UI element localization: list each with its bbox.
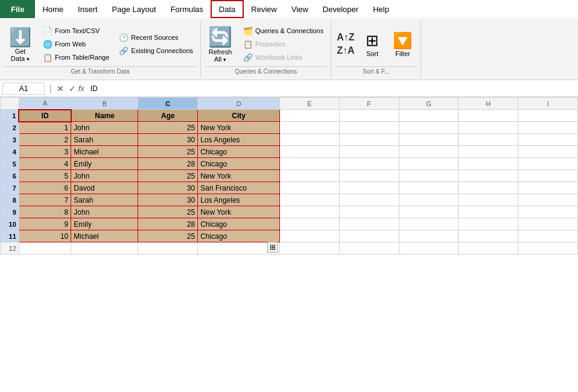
cell-e3[interactable] xyxy=(280,134,340,146)
cell-d3[interactable]: Los Angeles xyxy=(198,134,280,146)
col-header-g[interactable]: G xyxy=(399,98,459,110)
cell-f5[interactable] xyxy=(339,158,399,170)
cell-g7[interactable] xyxy=(399,182,459,194)
sort-button[interactable]: ⊞ Sort xyxy=(358,24,386,64)
cell-h10[interactable] xyxy=(459,218,518,230)
cell-f1[interactable] xyxy=(339,110,399,122)
menu-view[interactable]: View xyxy=(284,0,316,18)
cell-c8[interactable]: 30 xyxy=(138,194,198,206)
cell-f10[interactable] xyxy=(339,218,399,230)
cell-e5[interactable] xyxy=(280,158,340,170)
cell-e7[interactable] xyxy=(280,182,340,194)
cell-b5[interactable]: Emily xyxy=(71,158,138,170)
refresh-all-button[interactable]: 🔄 RefreshAll ▾ xyxy=(205,23,236,65)
cell-b10[interactable]: Emily xyxy=(71,218,138,230)
cell-h5[interactable] xyxy=(459,158,518,170)
cell-g2[interactable] xyxy=(399,122,459,134)
cell-f3[interactable] xyxy=(339,134,399,146)
cell-a5[interactable]: 4 xyxy=(19,158,71,170)
cell-d11[interactable]: Chicago xyxy=(198,230,280,242)
cell-b6[interactable]: John xyxy=(71,170,138,182)
cell-e4[interactable] xyxy=(280,146,340,158)
cell-g10[interactable] xyxy=(399,218,459,230)
cell-i9[interactable] xyxy=(518,206,578,218)
cell-i5[interactable] xyxy=(518,158,578,170)
cell-a2[interactable]: 1 xyxy=(19,122,71,134)
col-header-a[interactable]: A xyxy=(19,98,71,110)
cell-d10[interactable]: Chicago xyxy=(198,218,280,230)
cell-b8[interactable]: Sarah xyxy=(71,194,138,206)
workbook-links-button[interactable]: 🔗 Workbook Links xyxy=(240,51,327,63)
cell-b11[interactable]: Michael xyxy=(71,230,138,242)
cell-i7[interactable] xyxy=(518,182,578,194)
cell-b12[interactable] xyxy=(71,242,138,254)
cell-a7[interactable]: 6 xyxy=(19,182,71,194)
col-header-e[interactable]: E xyxy=(280,98,340,110)
cell-e6[interactable] xyxy=(280,170,340,182)
cell-f11[interactable] xyxy=(339,230,399,242)
menu-data[interactable]: Data xyxy=(211,0,244,18)
cell-c11[interactable]: 25 xyxy=(138,230,198,242)
cell-e9[interactable] xyxy=(280,206,340,218)
menu-review[interactable]: Review xyxy=(244,0,284,18)
cell-i2[interactable] xyxy=(518,122,578,134)
cell-d8[interactable]: Los Angeles xyxy=(198,194,280,206)
cell-a12[interactable] xyxy=(19,242,71,254)
col-header-c[interactable]: C xyxy=(138,98,198,110)
cell-c9[interactable]: 25 xyxy=(138,206,198,218)
cell-b4[interactable]: Michael xyxy=(71,146,138,158)
cell-c2[interactable]: 25 xyxy=(138,122,198,134)
cell-b2[interactable]: John xyxy=(71,122,138,134)
cell-h4[interactable] xyxy=(459,146,518,158)
cell-a9[interactable]: 8 xyxy=(19,206,71,218)
cell-d4[interactable]: Chicago xyxy=(198,146,280,158)
cell-b3[interactable]: Sarah xyxy=(71,134,138,146)
cell-b9[interactable]: John xyxy=(71,206,138,218)
cell-e1[interactable] xyxy=(280,110,340,122)
queries-connections-button[interactable]: 🗂️ Queries & Connections xyxy=(240,25,327,37)
cell-d12[interactable]: ⊞ xyxy=(198,242,280,254)
cell-c10[interactable]: 28 xyxy=(138,218,198,230)
cell-e2[interactable] xyxy=(280,122,340,134)
cell-d7[interactable]: San Francisco xyxy=(198,182,280,194)
cell-e11[interactable] xyxy=(280,230,340,242)
cell-d6[interactable]: New York xyxy=(198,170,280,182)
cell-i4[interactable] xyxy=(518,146,578,158)
cell-h3[interactable] xyxy=(459,134,518,146)
cell-b1[interactable]: Name xyxy=(71,110,138,122)
cell-i8[interactable] xyxy=(518,194,578,206)
cell-c4[interactable]: 25 xyxy=(138,146,198,158)
cell-g9[interactable] xyxy=(399,206,459,218)
cell-g1[interactable] xyxy=(399,110,459,122)
cell-c6[interactable]: 25 xyxy=(138,170,198,182)
cell-h8[interactable] xyxy=(459,194,518,206)
from-web-button[interactable]: 🌐 From Web xyxy=(39,38,113,50)
cell-reference[interactable] xyxy=(2,83,45,95)
cell-f9[interactable] xyxy=(339,206,399,218)
cell-c1[interactable]: Age xyxy=(138,110,198,122)
existing-connections-button[interactable]: 🔗 Existing Connections xyxy=(115,45,197,57)
menu-formulas[interactable]: Formulas xyxy=(164,0,211,18)
col-header-h[interactable]: H xyxy=(459,98,518,110)
menu-help[interactable]: Help xyxy=(366,0,396,18)
filter-button[interactable]: 🔽 Filter xyxy=(388,24,417,64)
cell-h7[interactable] xyxy=(459,182,518,194)
cell-g8[interactable] xyxy=(399,194,459,206)
col-header-f[interactable]: F xyxy=(339,98,399,110)
cell-f7[interactable] xyxy=(339,182,399,194)
cell-i1[interactable] xyxy=(518,110,578,122)
cell-i12[interactable] xyxy=(518,242,578,254)
cell-e8[interactable] xyxy=(280,194,340,206)
from-table-range-button[interactable]: 📋 From Table/Range xyxy=(39,51,113,63)
cell-a1[interactable]: ID xyxy=(19,110,71,122)
cell-h1[interactable] xyxy=(459,110,518,122)
cell-c5[interactable]: 28 xyxy=(138,158,198,170)
cell-i3[interactable] xyxy=(518,134,578,146)
cell-h6[interactable] xyxy=(459,170,518,182)
cell-f8[interactable] xyxy=(339,194,399,206)
sort-za-button[interactable]: Z↑A xyxy=(335,45,356,57)
menu-page-layout[interactable]: Page Layout xyxy=(105,0,164,18)
cell-a4[interactable]: 3 xyxy=(19,146,71,158)
cell-f4[interactable] xyxy=(339,146,399,158)
cell-a8[interactable]: 7 xyxy=(19,194,71,206)
